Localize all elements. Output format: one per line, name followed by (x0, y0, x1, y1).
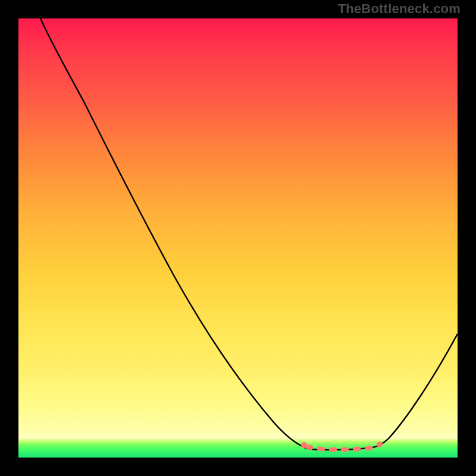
flat-region-marker (308, 447, 375, 450)
watermark-text: TheBottleneck.com (338, 1, 461, 17)
marker-dot-end (377, 441, 383, 447)
plot-area (18, 18, 458, 458)
curve-path (40, 18, 458, 450)
bottleneck-curve (18, 18, 458, 458)
chart-frame: TheBottleneck.com (0, 0, 476, 476)
